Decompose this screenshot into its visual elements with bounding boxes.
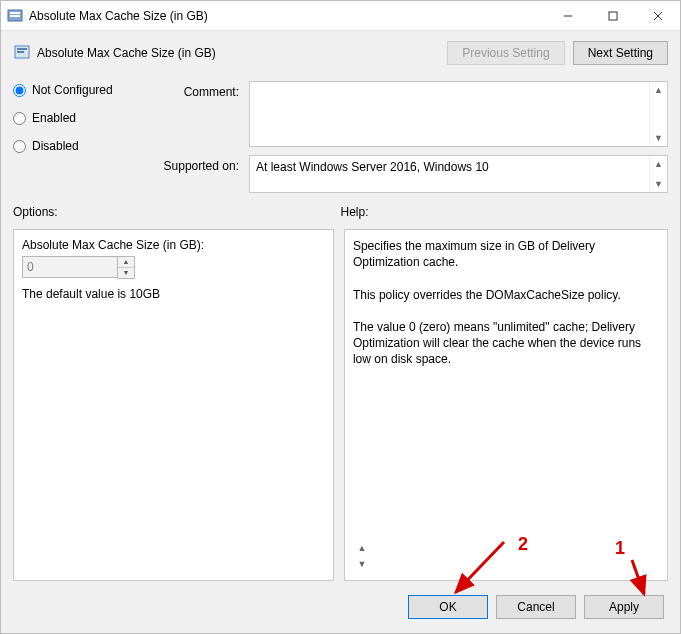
svg-rect-4 bbox=[609, 12, 617, 20]
spinner-down-button[interactable]: ▼ bbox=[118, 268, 134, 279]
nav-buttons: Previous Setting Next Setting bbox=[447, 41, 668, 65]
supported-value: At least Windows Server 2016, Windows 10 bbox=[250, 156, 649, 192]
page-title: Absolute Max Cache Size (in GB) bbox=[37, 46, 216, 60]
pane-labels: Options: Help: bbox=[13, 205, 668, 219]
help-paragraph: This policy overrides the DOMaxCacheSize… bbox=[353, 287, 659, 303]
svg-rect-9 bbox=[17, 51, 24, 53]
radio-enabled-input[interactable] bbox=[13, 112, 26, 125]
radio-not-configured-input[interactable] bbox=[13, 84, 26, 97]
svg-rect-1 bbox=[10, 12, 20, 14]
supported-row: Supported on: At least Windows Server 20… bbox=[159, 155, 668, 193]
spinner-buttons: ▲ ▼ bbox=[118, 256, 135, 279]
spinner-control[interactable]: ▲ ▼ bbox=[22, 256, 325, 279]
help-text: Specifies the maximum size in GB of Deli… bbox=[353, 238, 659, 540]
meta-column: Comment: ▲ ▼ Supported on: At least Wind… bbox=[159, 81, 668, 193]
next-setting-button[interactable]: Next Setting bbox=[573, 41, 668, 65]
cancel-button[interactable]: Cancel bbox=[496, 595, 576, 619]
close-button[interactable] bbox=[635, 1, 680, 30]
scroll-up-icon[interactable]: ▲ bbox=[650, 82, 667, 98]
radio-disabled-input[interactable] bbox=[13, 140, 26, 153]
radio-disabled[interactable]: Disabled bbox=[13, 139, 143, 153]
page-title-wrap: Absolute Max Cache Size (in GB) bbox=[13, 44, 447, 62]
comment-label: Comment: bbox=[159, 81, 239, 147]
maximize-button[interactable] bbox=[590, 1, 635, 30]
footer-buttons: OK Cancel Apply bbox=[13, 587, 668, 623]
comment-scroll[interactable]: ▲ ▼ bbox=[649, 82, 667, 146]
radio-enabled-label: Enabled bbox=[32, 111, 76, 125]
svg-rect-2 bbox=[10, 15, 20, 17]
apply-button[interactable]: Apply bbox=[584, 595, 664, 619]
previous-setting-button[interactable]: Previous Setting bbox=[447, 41, 564, 65]
help-paragraph: The value 0 (zero) means "unlimited" cac… bbox=[353, 319, 659, 368]
cache-size-input[interactable] bbox=[22, 256, 118, 278]
help-pane: Specifies the maximum size in GB of Deli… bbox=[344, 229, 668, 581]
radio-disabled-label: Disabled bbox=[32, 139, 79, 153]
header-row: Absolute Max Cache Size (in GB) Previous… bbox=[13, 41, 668, 65]
config-radio-group: Not Configured Enabled Disabled bbox=[13, 81, 143, 193]
window-title: Absolute Max Cache Size (in GB) bbox=[29, 9, 545, 23]
content-area: Absolute Max Cache Size (in GB) Previous… bbox=[1, 31, 680, 633]
scroll-down-icon[interactable]: ▼ bbox=[650, 130, 667, 146]
help-scroll[interactable]: ▲ ▼ bbox=[353, 540, 371, 572]
panes-row: Absolute Max Cache Size (in GB): ▲ ▼ The… bbox=[13, 229, 668, 581]
radio-not-configured-label: Not Configured bbox=[32, 83, 113, 97]
comment-value bbox=[250, 82, 649, 146]
minimize-button[interactable] bbox=[545, 1, 590, 30]
comment-textarea[interactable]: ▲ ▼ bbox=[249, 81, 668, 147]
supported-label: Supported on: bbox=[159, 155, 239, 193]
option-note: The default value is 10GB bbox=[22, 287, 325, 301]
config-row: Not Configured Enabled Disabled Comment: bbox=[13, 81, 668, 193]
option-field-label: Absolute Max Cache Size (in GB): bbox=[22, 238, 325, 252]
scroll-up-icon[interactable]: ▲ bbox=[353, 540, 371, 556]
scroll-up-icon[interactable]: ▲ bbox=[650, 156, 667, 172]
supported-textarea: At least Windows Server 2016, Windows 10… bbox=[249, 155, 668, 193]
gpo-dialog-window: Absolute Max Cache Size (in GB) Absolute… bbox=[0, 0, 681, 634]
supported-scroll[interactable]: ▲ ▼ bbox=[649, 156, 667, 192]
policy-icon bbox=[13, 44, 31, 62]
scroll-down-icon[interactable]: ▼ bbox=[650, 176, 667, 192]
options-label: Options: bbox=[13, 205, 341, 219]
spinner-up-button[interactable]: ▲ bbox=[118, 257, 134, 268]
help-paragraph: Specifies the maximum size in GB of Deli… bbox=[353, 238, 659, 270]
ok-button[interactable]: OK bbox=[408, 595, 488, 619]
comment-row: Comment: ▲ ▼ bbox=[159, 81, 668, 147]
help-label: Help: bbox=[341, 205, 669, 219]
scroll-down-icon[interactable]: ▼ bbox=[353, 556, 371, 572]
radio-not-configured[interactable]: Not Configured bbox=[13, 83, 143, 97]
radio-enabled[interactable]: Enabled bbox=[13, 111, 143, 125]
svg-rect-8 bbox=[17, 48, 27, 50]
app-icon bbox=[7, 8, 23, 24]
options-pane: Absolute Max Cache Size (in GB): ▲ ▼ The… bbox=[13, 229, 334, 581]
titlebar: Absolute Max Cache Size (in GB) bbox=[1, 1, 680, 31]
